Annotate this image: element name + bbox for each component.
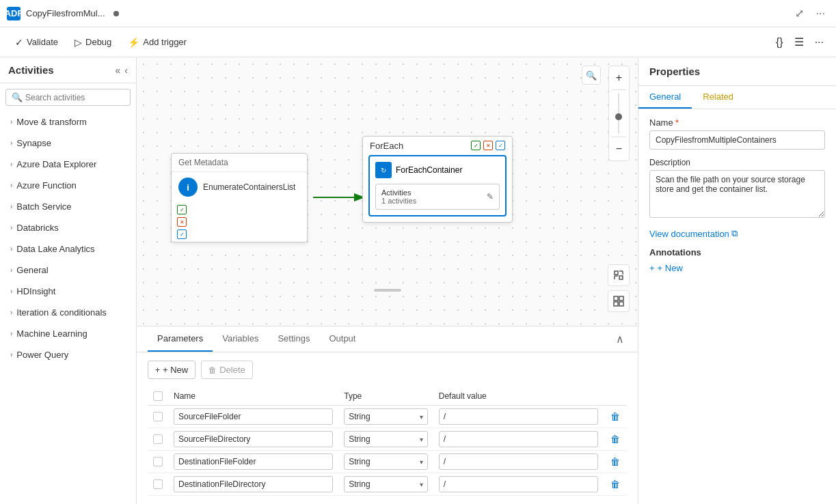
param-type-select-wrapper: StringIntFloatBoolArrayObjectSecureStrin… xyxy=(344,453,427,470)
search-input[interactable] xyxy=(25,93,128,102)
new-param-button[interactable]: + + New xyxy=(148,361,195,379)
properties-body: Name * Description Scan the file path on… xyxy=(638,109,836,504)
param-name-input[interactable] xyxy=(174,431,333,447)
tab-output[interactable]: Output xyxy=(319,326,365,352)
sidebar-item-synapse[interactable]: › Synapse xyxy=(0,132,136,154)
delete-row-button[interactable]: 🗑 xyxy=(609,477,621,491)
row-checkbox[interactable] xyxy=(153,479,163,489)
bottom-panel: Parameters Variables Settings Output ∧ +… xyxy=(137,326,638,504)
zoom-handle[interactable] xyxy=(615,113,622,120)
sidebar-item-hdinsight[interactable]: › HDInsight xyxy=(0,281,136,302)
canvas-search-button[interactable]: 🔍 xyxy=(582,66,601,85)
zoom-in-button[interactable]: + xyxy=(612,69,626,87)
validate-button[interactable]: ✓ Validate xyxy=(8,33,65,52)
name-label: Name * xyxy=(649,117,825,128)
toolbar-right: {} ☰ ··· xyxy=(772,31,828,53)
canvas-area[interactable]: Get Metadata i EnumerateContainersList ✓… xyxy=(137,57,638,326)
row-checkbox[interactable] xyxy=(153,457,163,466)
add-annotation-button[interactable]: + + New xyxy=(649,263,683,273)
sidebar-item-label: Data Lake Analytics xyxy=(16,244,94,254)
tab-general[interactable]: General xyxy=(638,86,692,109)
sidebar-item-general[interactable]: › General xyxy=(0,260,136,281)
param-default-input[interactable] xyxy=(439,408,598,425)
table-row: StringIntFloatBoolArrayObjectSecureStrin… xyxy=(148,428,627,451)
delete-row-button[interactable]: 🗑 xyxy=(609,432,621,446)
bottom-collapse-button[interactable]: ∧ xyxy=(613,330,627,348)
more-options-button[interactable]: ··· xyxy=(812,4,829,23)
param-default-input[interactable] xyxy=(439,431,598,447)
foreach-inner: ↻ ForEachContainer Activities 1 activiti… xyxy=(368,155,507,216)
sidebar-item-power-query[interactable]: › Power Query xyxy=(0,344,136,365)
chevron-icon: › xyxy=(10,245,12,253)
param-default-input[interactable] xyxy=(439,476,598,492)
fail-connector[interactable]: ✕ xyxy=(177,217,301,227)
canvas-resize-handle[interactable] xyxy=(374,289,401,292)
code-button[interactable]: {} xyxy=(772,31,787,53)
monitor-button[interactable]: ☰ xyxy=(790,31,808,53)
tab-related[interactable]: Related xyxy=(692,86,744,109)
delete-row-button[interactable]: 🗑 xyxy=(609,410,621,423)
success-connector[interactable]: ✓ xyxy=(177,205,301,214)
minimize-icon[interactable]: ‹ xyxy=(124,65,128,76)
sidebar-item-move-transform[interactable]: › Move & transform xyxy=(0,111,136,132)
sidebar-item-iteration-conditionals[interactable]: › Iteration & conditionals xyxy=(0,302,136,323)
foreach-success-dot[interactable]: ✓ xyxy=(471,141,481,150)
delete-row-button[interactable]: 🗑 xyxy=(609,455,621,468)
svg-rect-8 xyxy=(614,296,618,300)
add-trigger-button[interactable]: ⚡ Add trigger xyxy=(121,33,193,52)
svg-rect-11 xyxy=(619,302,623,306)
name-input[interactable] xyxy=(649,130,825,150)
sidebar-title: Activities xyxy=(8,64,54,76)
tab-settings[interactable]: Settings xyxy=(268,326,319,352)
get-metadata-header: Get Metadata xyxy=(172,154,307,172)
param-type-select[interactable]: StringIntFloatBoolArrayObjectSecureStrin… xyxy=(349,412,422,421)
fail-dot[interactable]: ✕ xyxy=(177,217,187,227)
success-dot[interactable]: ✓ xyxy=(177,205,187,214)
param-default-input[interactable] xyxy=(439,453,598,470)
toolbar-more-button[interactable]: ··· xyxy=(811,31,828,53)
fit-canvas-button[interactable] xyxy=(608,264,630,286)
complete-dot[interactable]: ✓ xyxy=(177,229,187,239)
tab-variables[interactable]: Variables xyxy=(213,326,268,352)
validate-icon: ✓ xyxy=(15,37,23,48)
sidebar-item-label: Batch Service xyxy=(16,201,71,212)
sidebar-item-label: Machine Learning xyxy=(16,328,87,339)
param-name-input[interactable] xyxy=(174,476,333,492)
row-checkbox[interactable] xyxy=(153,412,163,421)
param-type-select[interactable]: StringIntFloatBoolArrayObjectSecureStrin… xyxy=(349,434,422,444)
get-metadata-icon: i xyxy=(178,178,198,197)
sidebar-item-data-lake-analytics[interactable]: › Data Lake Analytics xyxy=(0,238,136,260)
row-checkbox[interactable] xyxy=(153,434,163,444)
param-type-select[interactable]: StringIntFloatBoolArrayObjectSecureStrin… xyxy=(349,479,422,489)
get-metadata-name: EnumerateContainersList xyxy=(203,182,295,192)
delete-param-button[interactable]: 🗑 Delete xyxy=(201,361,253,379)
table-row: StringIntFloatBoolArrayObjectSecureStrin… xyxy=(148,451,627,473)
sidebar-item-azure-data-explorer[interactable]: › Azure Data Explorer xyxy=(0,154,136,175)
complete-connector[interactable]: ✓ xyxy=(177,229,301,239)
zoom-out-button[interactable]: − xyxy=(612,140,626,158)
select-all-checkbox[interactable] xyxy=(153,391,163,401)
params-table-body: StringIntFloatBoolArrayObjectSecureStrin… xyxy=(148,406,627,496)
tab-parameters[interactable]: Parameters xyxy=(148,326,213,352)
zoom-track[interactable] xyxy=(618,93,619,134)
collapse-icon[interactable]: « xyxy=(116,65,121,76)
auto-layout-button[interactable] xyxy=(608,290,630,312)
view-docs-link[interactable]: View documentation ⧉ xyxy=(649,228,738,239)
fit-icon xyxy=(613,270,624,281)
description-textarea[interactable]: Scan the file path on your source storag… xyxy=(649,170,825,218)
param-name-input[interactable] xyxy=(174,453,333,470)
get-metadata-node[interactable]: Get Metadata i EnumerateContainersList ✓… xyxy=(171,153,308,242)
sidebar-item-batch-service[interactable]: › Batch Service xyxy=(0,196,136,217)
param-type-select[interactable]: StringIntFloatBoolArrayObjectSecureStrin… xyxy=(349,457,422,466)
param-name-input[interactable] xyxy=(174,408,333,425)
chevron-icon: › xyxy=(10,160,12,168)
edit-activities-icon[interactable]: ✎ xyxy=(487,192,494,201)
restore-button[interactable]: ⤢ xyxy=(791,4,808,23)
sidebar-item-machine-learning[interactable]: › Machine Learning xyxy=(0,323,136,344)
foreach-complete-dot[interactable]: ✓ xyxy=(496,141,505,150)
foreach-node[interactable]: ForEach ✓ ✕ ✓ ↻ ForEachContainer xyxy=(362,136,513,223)
sidebar-item-azure-function[interactable]: › Azure Function xyxy=(0,175,136,196)
sidebar-item-databricks[interactable]: › Databricks xyxy=(0,217,136,238)
foreach-fail-dot[interactable]: ✕ xyxy=(483,141,493,150)
debug-button[interactable]: ▷ Debug xyxy=(68,33,118,52)
